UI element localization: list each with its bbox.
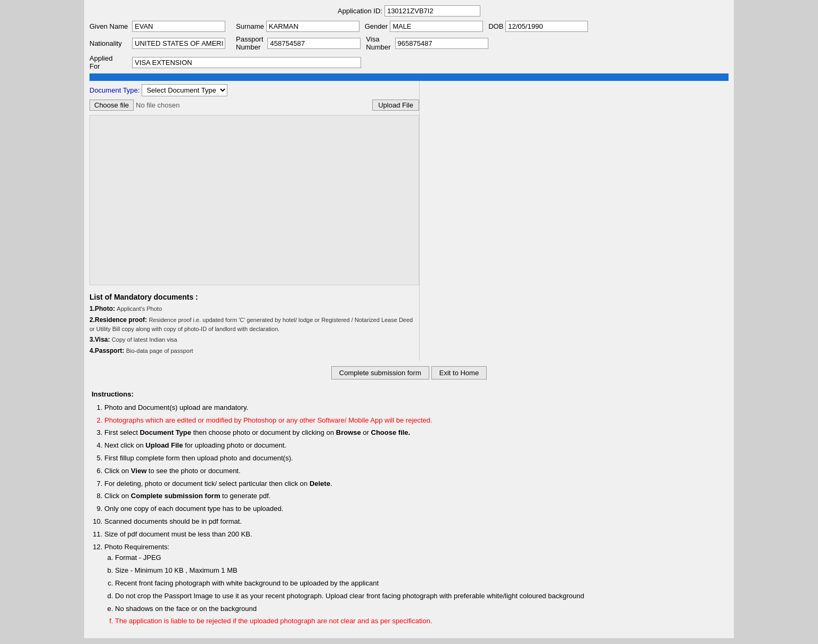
mandatory-docs: List of Mandatory documents : 1.Photo: A… (89, 290, 419, 361)
upload-content-area (89, 115, 419, 285)
complete-submission-button[interactable]: Complete submission form (331, 366, 429, 379)
surname-label: Surname (236, 22, 264, 30)
applied-for-label: AppliedFor (89, 54, 132, 70)
doc-item-4-bold: 4.Passport: (89, 347, 124, 354)
doc-item-2: 2.Residence proof: Residence proof i.e. … (89, 316, 419, 334)
instruction-10: Scanned documents should be in pdf forma… (104, 516, 726, 527)
doc-item-1-text: Applicant's Photo (117, 306, 162, 312)
doc-item-4-text: Bio-data page of passport (126, 348, 193, 354)
exit-home-button[interactable]: Exit to Home (431, 366, 487, 379)
gender-label: Gender (365, 22, 388, 30)
instruction-4: Next click on Upload File for uploading … (104, 440, 726, 451)
photo-req-d: Do not crop the Passport Image to use it… (115, 591, 726, 602)
nationality-row: Nationality PassportNumber VisaNumber (89, 35, 729, 51)
instruction-5: First fillup complete form then upload p… (104, 453, 726, 464)
doc-item-1: 1.Photo: Applicant's Photo (89, 304, 419, 313)
mandatory-docs-title: List of Mandatory documents : (89, 293, 419, 301)
nationality-label: Nationality (89, 39, 132, 47)
visa-number-input[interactable] (395, 38, 488, 49)
app-id-row: Application ID: (89, 5, 729, 16)
doc-item-2-bold: 2.Residence proof: (89, 316, 147, 324)
doc-item-3-bold: 3.Visa: (89, 336, 110, 343)
surname-input[interactable] (266, 21, 359, 32)
visa-number-label: VisaNumber (366, 35, 390, 51)
instruction-2: Photographs which are edited or modified… (104, 415, 726, 426)
doc-type-label: Document Type: (89, 86, 140, 94)
passport-number-input[interactable] (267, 38, 361, 49)
blue-bar (89, 73, 729, 81)
app-id-input[interactable] (385, 5, 480, 16)
name-fields-row: Given Name Surname Gender DOB (89, 21, 729, 32)
doc-item-4: 4.Passport: Bio-data page of passport (89, 346, 419, 356)
instruction-11: Size of pdf document must be less than 2… (104, 529, 726, 540)
choose-file-button[interactable]: Choose file (89, 100, 134, 111)
photo-req-c: Recent front facing photograph with whit… (115, 578, 726, 589)
left-upload-panel: Document Type: Select Document Type Phot… (89, 81, 420, 361)
right-panel (420, 81, 729, 361)
dob-label: DOB (488, 22, 503, 30)
dob-input[interactable] (505, 21, 588, 32)
instruction-1: Photo and Document(s) upload are mandato… (104, 402, 726, 414)
doc-item-1-bold: 1.Photo: (89, 305, 115, 312)
given-name-label: Given Name (89, 22, 132, 30)
app-id-label: Application ID: (338, 7, 382, 15)
nationality-input[interactable] (132, 38, 225, 49)
passport-number-label: PassportNumber (236, 35, 263, 51)
photo-req-e: No shadows on the face or on the backgro… (115, 604, 726, 615)
instruction-9: Only one copy of each document type has … (104, 503, 726, 515)
photo-req-b: Size - Minimum 10 KB , Maximum 1 MB (115, 565, 726, 576)
doc-type-row: Document Type: Select Document Type Phot… (89, 84, 419, 96)
photo-req-f: The application is liable to be rejected… (115, 616, 726, 627)
upload-area-container: Document Type: Select Document Type Phot… (89, 81, 729, 361)
doc-type-select[interactable]: Select Document Type Photo Residence Pro… (142, 84, 227, 96)
file-upload-row: Choose file No file chosen Upload File (89, 100, 419, 111)
no-file-label: No file chosen (136, 101, 368, 109)
applied-for-input[interactable] (132, 57, 361, 68)
instructions-title: Instructions: (92, 389, 726, 400)
instruction-8: Click on Complete submission form to gen… (104, 491, 726, 502)
photo-req-a: Format - JPEG (115, 552, 726, 564)
instruction-12: Photo Requirements: Format - JPEG Size -… (104, 542, 726, 628)
applied-for-row: AppliedFor (89, 54, 729, 70)
photo-requirements-list: Format - JPEG Size - Minimum 10 KB , Max… (104, 552, 726, 627)
doc-item-3-text: Copy of latest Indian visa (112, 336, 177, 343)
given-name-input[interactable] (132, 21, 225, 32)
doc-item-3: 3.Visa: Copy of latest Indian visa (89, 335, 419, 344)
action-buttons-row: Complete submission form Exit to Home (89, 366, 729, 379)
upload-file-button[interactable]: Upload File (372, 100, 419, 111)
gender-input[interactable] (390, 21, 483, 32)
instruction-6: Click on View to see the photo or docume… (104, 466, 726, 477)
instructions-section: Instructions: Photo and Document(s) uplo… (89, 385, 729, 633)
instruction-7: For deleting, photo or document tick/ se… (104, 478, 726, 490)
instructions-list: Photo and Document(s) upload are mandato… (92, 402, 726, 627)
instruction-3: First select Document Type then choose p… (104, 427, 726, 439)
